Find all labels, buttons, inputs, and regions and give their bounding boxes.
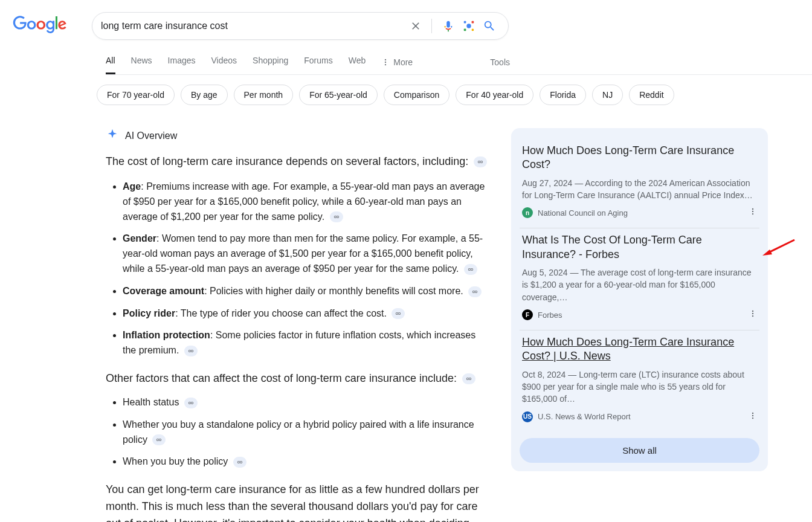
citation-icon[interactable] [184,346,198,356]
tab-forums[interactable]: Forums [304,50,332,74]
svg-point-3 [466,24,471,28]
factor-item: Gender: Women tend to pay more than men … [123,231,489,276]
factor-item: Policy rider: The type of rider you choo… [123,306,489,321]
other-factor-item: Whether you buy a standalone policy or a… [123,417,489,448]
citation-icon[interactable] [184,398,198,408]
filter-chip[interactable]: Reddit [629,85,674,105]
source-card[interactable]: How Much Does Long-Term Care Insurance C… [520,330,759,432]
citation-icon[interactable] [468,286,482,297]
svg-point-12 [752,211,753,212]
search-input[interactable] [101,21,406,31]
more-label: More [393,57,413,67]
tab-images[interactable]: Images [168,50,196,74]
svg-point-18 [752,415,753,416]
lens-icon[interactable] [459,16,479,36]
source-menu-icon[interactable] [749,411,757,422]
source-title: How Much Does Long-Term Care Insurance C… [522,335,757,364]
tab-videos[interactable]: Videos [211,50,237,74]
ai-overview-label: AI Overview [125,130,177,141]
more-menu[interactable]: More [381,57,413,67]
source-favicon: US [522,411,533,422]
svg-point-11 [752,208,753,210]
svg-point-17 [752,412,753,413]
factor-item: Coverage amount: Policies with higher da… [123,284,489,299]
clear-icon[interactable] [406,16,425,36]
filter-chip[interactable]: By age [181,85,228,105]
tab-web[interactable]: Web [349,50,366,74]
svg-point-13 [752,213,753,214]
divider [431,19,432,33]
other-factor-item: When you buy the policy [123,454,489,469]
svg-point-19 [752,417,753,419]
source-card[interactable]: How Much Does Long-Term Care Insurance C… [520,139,759,228]
citation-icon[interactable] [474,156,487,167]
filter-chip[interactable]: For 70 year-old [97,85,175,105]
svg-point-4 [472,29,474,31]
mic-icon[interactable] [438,16,459,36]
svg-rect-0 [464,21,466,24]
ai-closing: You can get long-term care insurance for… [106,482,489,522]
other-factor-item: Health status [123,395,489,410]
source-snippet: Aug 27, 2024 — According to the 2024 Ame… [522,177,757,202]
tab-news[interactable]: News [131,50,152,74]
source-title: What Is The Cost Of Long-Term Care Insur… [522,233,757,262]
filter-chip[interactable]: NJ [592,85,623,105]
filter-chip[interactable]: Comparison [384,85,450,105]
google-logo[interactable] [12,16,68,36]
citation-icon[interactable] [330,211,343,222]
filter-chip[interactable]: Per month [234,85,294,105]
source-favicon: F [522,309,533,320]
tools-button[interactable]: Tools [490,57,510,67]
svg-point-7 [385,63,386,65]
source-favicon: n [522,207,533,218]
citation-icon[interactable] [152,434,166,445]
svg-point-5 [385,59,386,60]
tab-shopping[interactable]: Shopping [253,50,288,74]
show-all-button[interactable]: Show all [520,438,759,463]
svg-point-16 [752,315,753,317]
source-snippet: Aug 5, 2024 — The average cost of long-t… [522,266,757,303]
source-name: U.S. News & World Report [538,412,631,421]
source-card[interactable]: What Is The Cost Of Long-Term Care Insur… [520,228,759,330]
source-name: Forbes [538,311,562,320]
svg-rect-2 [464,29,466,31]
source-menu-icon[interactable] [749,207,757,218]
citation-icon[interactable] [464,264,477,275]
filter-chip[interactable]: For 40 year-old [456,85,533,105]
citation-icon[interactable] [392,308,405,319]
source-snippet: Oct 8, 2024 — Long-term care (LTC) insur… [522,369,757,405]
source-title: How Much Does Long-Term Care Insurance C… [522,144,757,172]
factor-item: Inflation protection: Some policies fact… [123,328,489,358]
search-box[interactable] [92,12,509,40]
svg-point-6 [385,61,386,62]
sparkle-icon [106,128,119,144]
tab-all[interactable]: All [106,50,115,74]
ai-sub-intro: Other factors that can affect the cost o… [106,370,489,387]
search-icon[interactable] [479,16,500,36]
factor-item: Age: Premiums increase with age. For exa… [123,179,489,224]
citation-icon[interactable] [462,373,475,384]
svg-point-14 [752,311,753,312]
filter-chip[interactable]: Florida [540,85,586,105]
svg-rect-1 [472,21,474,24]
svg-point-15 [752,313,753,314]
annotation-arrow [761,239,798,257]
sources-panel: How Much Does Long-Term Care Insurance C… [511,128,768,471]
source-name: National Council on Aging [538,208,628,218]
ai-intro: The cost of long-term care insurance dep… [106,153,489,170]
source-menu-icon[interactable] [749,309,757,320]
svg-marker-21 [762,250,772,256]
filter-chip[interactable]: For 65-year-old [299,85,378,105]
citation-icon[interactable] [233,457,246,468]
